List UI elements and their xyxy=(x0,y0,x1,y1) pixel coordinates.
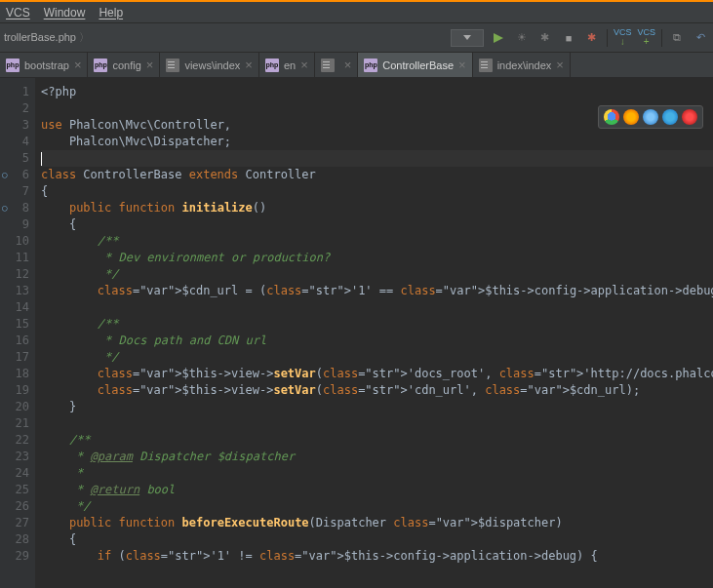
php-file-icon: php xyxy=(265,59,279,72)
close-icon[interactable]: × xyxy=(74,58,82,72)
firefox-icon[interactable] xyxy=(623,109,639,125)
debug-gear-icon[interactable]: ✱ xyxy=(583,29,601,47)
run-config-dropdown[interactable] xyxy=(451,29,484,47)
open-file-icon[interactable]: ⧉ xyxy=(668,29,686,47)
doc-file-icon xyxy=(479,59,493,72)
stop-icon[interactable]: ■ xyxy=(560,29,577,47)
ie-icon[interactable] xyxy=(662,109,678,125)
svg-rect-8 xyxy=(323,64,330,65)
svg-rect-9 xyxy=(323,67,330,68)
code-line xyxy=(41,150,713,167)
run-icon[interactable] xyxy=(490,29,507,47)
doc-file-icon xyxy=(321,59,335,72)
php-file-icon: php xyxy=(6,59,20,72)
doc-file-icon xyxy=(166,59,179,72)
code-line xyxy=(41,415,713,432)
close-icon[interactable]: × xyxy=(556,58,564,72)
menubar: VCS Window Help xyxy=(0,2,713,23)
tab-label: bootstrap xyxy=(24,59,69,71)
tab-label: en xyxy=(284,59,296,71)
menu-help[interactable]: Help xyxy=(99,6,123,20)
code-line: * Dev environment or production? xyxy=(41,250,713,266)
code-line: * Docs path and CDN url xyxy=(41,333,713,349)
code-line: */ xyxy=(41,266,713,283)
close-icon[interactable]: × xyxy=(245,58,253,72)
svg-rect-5 xyxy=(168,67,175,68)
code-line: <?php xyxy=(41,84,713,100)
code-line: public function beforeExecuteRoute(Dispa… xyxy=(41,515,713,531)
svg-rect-3 xyxy=(168,61,175,62)
tab-label: ControllerBase xyxy=(382,59,454,71)
gutter: 1234567891011121314151617181920212223242… xyxy=(0,78,35,588)
code-line: if (class="str">'1' != class="var">$this… xyxy=(41,548,713,565)
code-line: */ xyxy=(41,349,713,366)
svg-rect-13 xyxy=(481,67,488,68)
code-line: /** xyxy=(41,432,713,449)
code-line: /** xyxy=(41,316,713,333)
code-line: { xyxy=(41,216,713,233)
close-icon[interactable]: × xyxy=(300,58,308,72)
svg-rect-12 xyxy=(481,64,488,65)
debug-sun-icon[interactable]: ☀ xyxy=(513,29,531,47)
close-icon[interactable]: × xyxy=(344,58,352,72)
code-area[interactable]: <?php use Phalcon\Mvc\Controller, Phalco… xyxy=(35,78,713,588)
svg-rect-7 xyxy=(323,61,330,62)
tab-label: index\index xyxy=(497,59,552,71)
debug-bug-icon[interactable]: ✱ xyxy=(536,29,554,47)
php-file-icon: php xyxy=(364,59,377,72)
opera-icon[interactable] xyxy=(682,109,697,125)
code-line: } xyxy=(41,399,713,415)
chrome-icon[interactable] xyxy=(604,109,619,125)
code-line: * @return bool xyxy=(41,482,713,498)
code-line: { xyxy=(41,183,713,200)
code-line: class="var">$cdn_url = (class="str">'1' … xyxy=(41,283,713,299)
tab-config[interactable]: phpconfig× xyxy=(88,53,160,77)
breadcrumb: trollerBase.php 〉 xyxy=(4,30,90,45)
menu-vcs[interactable]: VCS xyxy=(6,6,30,20)
vcs-update-icon[interactable]: VCS↓ xyxy=(614,28,632,47)
close-icon[interactable]: × xyxy=(458,58,466,72)
code-line: Phalcon\Mvc\Dispatcher; xyxy=(41,134,713,150)
safari-icon[interactable] xyxy=(643,109,658,125)
code-line: { xyxy=(41,531,713,548)
tab-views\index[interactable]: views\index× xyxy=(160,53,258,77)
code-line: * @param Dispatcher $dispatcher xyxy=(41,449,713,465)
editor: 1234567891011121314151617181920212223242… xyxy=(0,78,713,588)
code-line: */ xyxy=(41,498,713,515)
svg-rect-11 xyxy=(481,61,488,62)
editor-tabs: phpbootstrap×phpconfig×views\index×phpen… xyxy=(0,53,713,78)
menu-window[interactable]: Window xyxy=(44,6,86,20)
undo-icon[interactable]: ↶ xyxy=(692,29,709,47)
tab-label: config xyxy=(112,59,140,71)
code-line: class="var">$this->view->setVar(class="s… xyxy=(41,382,713,399)
svg-rect-4 xyxy=(168,64,175,65)
tab-label: views\index xyxy=(184,59,240,71)
code-line: /** xyxy=(41,233,713,250)
close-icon[interactable]: × xyxy=(146,58,154,72)
php-file-icon: php xyxy=(94,59,107,72)
browser-preview-bar xyxy=(598,105,703,129)
code-line: * xyxy=(41,465,713,482)
svg-marker-0 xyxy=(463,35,471,40)
code-line: class="var">$this->view->setVar(class="s… xyxy=(41,366,713,382)
code-line: class ControllerBase extends Controller xyxy=(41,167,713,183)
code-line: public function initialize() xyxy=(41,200,713,216)
toolbar: trollerBase.php 〉 ☀ ✱ ■ ✱ VCS↓ VCS+ ⧉ ↶ xyxy=(0,23,713,53)
tab-index\index[interactable]: index\index× xyxy=(473,53,571,77)
tab-untitled[interactable]: × xyxy=(315,53,359,77)
svg-marker-1 xyxy=(494,33,503,43)
tab-ControllerBase[interactable]: phpControllerBase× xyxy=(358,53,472,77)
vcs-commit-icon[interactable]: VCS+ xyxy=(637,28,655,47)
code-line xyxy=(41,299,713,316)
tab-en[interactable]: phpen× xyxy=(259,53,315,77)
tab-bootstrap[interactable]: phpbootstrap× xyxy=(0,53,88,77)
